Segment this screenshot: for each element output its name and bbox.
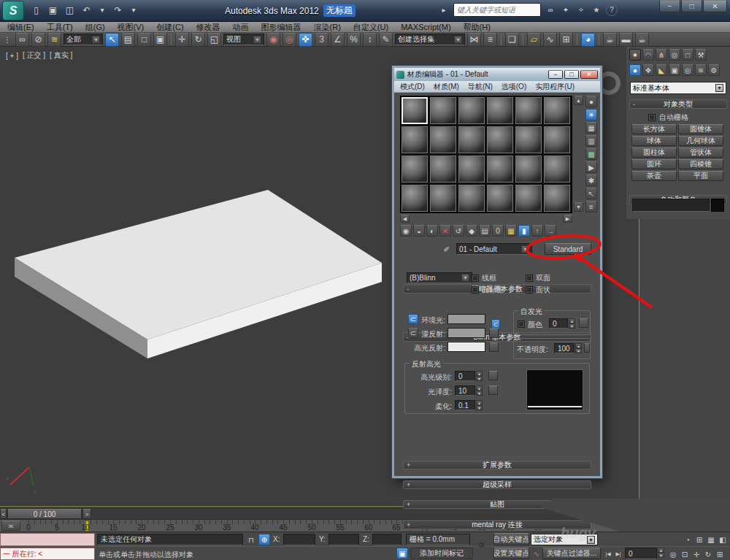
use-selection-center-icon[interactable]: ◎: [283, 33, 296, 47]
material-sample-slot[interactable]: [543, 126, 571, 154]
sample-uv-tiling-icon[interactable]: ▥: [585, 135, 597, 147]
maximize-viewport-icon[interactable]: ⊞: [714, 548, 726, 560]
search-input[interactable]: [453, 3, 541, 17]
two-sided-checkbox[interactable]: [526, 275, 533, 282]
z-coordinate-field[interactable]: [372, 534, 402, 545]
material-sample-slot[interactable]: [543, 155, 571, 183]
menu-modifiers[interactable]: 修改器: [196, 22, 220, 33]
me-menu-utilities[interactable]: 实用程序(U): [535, 82, 575, 92]
align-icon[interactable]: ≡: [483, 33, 497, 47]
menu-rendering[interactable]: 渲染(R): [314, 22, 341, 33]
material-editor-titlebar[interactable]: 材质编辑器 - 01 - Default − □ ✕: [394, 68, 600, 81]
pan-view-icon[interactable]: ✛: [691, 548, 702, 560]
toggle-container-icon[interactable]: ▱: [527, 33, 541, 47]
tab-display[interactable]: □: [682, 49, 694, 61]
object-type-rollout-header[interactable]: -对象类型: [629, 99, 727, 109]
video-color-check-icon[interactable]: ▩: [585, 148, 597, 160]
use-pivot-center-icon[interactable]: ◉: [266, 33, 280, 47]
tab-motion[interactable]: ◎: [669, 49, 680, 61]
tab-utilities[interactable]: ⚒: [695, 49, 707, 61]
maxscript-mini-listener-pink[interactable]: [0, 533, 95, 546]
render-setup-icon[interactable]: ☕: [603, 33, 617, 47]
torus-button[interactable]: 圆环: [631, 159, 677, 169]
tube-button[interactable]: 管状体: [678, 147, 723, 158]
object-name-field[interactable]: [632, 199, 710, 212]
cone-button[interactable]: 圆锥体: [678, 124, 723, 134]
material-sample-slot[interactable]: [458, 126, 485, 154]
time-slider-next-icon[interactable]: >: [82, 509, 91, 519]
maps-rollout[interactable]: +贴图: [403, 500, 591, 509]
menu-create[interactable]: 创建(C): [156, 22, 183, 33]
me-close-button[interactable]: ✕: [580, 70, 598, 79]
material-sample-slot[interactable]: [458, 184, 485, 212]
face-map-checkbox[interactable]: [472, 286, 479, 294]
spinner-snap-icon[interactable]: ↕: [363, 33, 377, 47]
chevron-down-icon[interactable]: ▾: [715, 84, 723, 92]
named-selection-sets-dropdown[interactable]: 创建选择集▾: [395, 34, 465, 45]
select-and-link-icon[interactable]: ∞: [15, 33, 29, 47]
app-logo[interactable]: S: [2, 1, 24, 20]
wireframe-checkbox[interactable]: [472, 275, 479, 282]
object-color-swatch[interactable]: [711, 199, 724, 212]
me-menu-material[interactable]: 材质(M): [434, 82, 459, 92]
menu-customize[interactable]: 自定义(U): [353, 22, 388, 33]
time-slider-track[interactable]: < 0 / 100 >: [0, 507, 730, 519]
assign-material-icon[interactable]: ◐: [426, 225, 438, 237]
category-cameras-icon[interactable]: ▣: [669, 64, 680, 76]
opacity-map-button[interactable]: [584, 343, 590, 353]
glossiness-map-button[interactable]: [488, 386, 498, 395]
pick-material-from-object-icon[interactable]: ✐: [441, 243, 453, 255]
reset-material-icon[interactable]: ✕: [439, 225, 451, 237]
x-coordinate-field[interactable]: [283, 534, 315, 545]
redo-icon[interactable]: ↷: [111, 3, 125, 17]
save-file-icon[interactable]: ◫: [63, 3, 77, 17]
show-map-in-viewport-icon[interactable]: ▦: [505, 225, 517, 237]
favorites-icon[interactable]: ★: [591, 4, 602, 16]
cylinder-button[interactable]: 圆柱体: [631, 147, 677, 158]
geosphere-button[interactable]: 几何球体: [678, 136, 723, 146]
track-bar[interactable]: ≍ 0 5 10 15 20 25 30 35 40 45 50 55 60 6…: [0, 519, 730, 532]
category-spacewarps-icon[interactable]: ≋: [695, 64, 707, 76]
nav-icon-3[interactable]: ▦: [705, 534, 717, 545]
self-illum-spinner[interactable]: ▴▾: [569, 318, 575, 329]
time-slider-handle[interactable]: 0 / 100: [7, 509, 82, 519]
material-sample-slot[interactable]: [543, 184, 571, 212]
key-mode-curve-icon[interactable]: ∿: [531, 548, 542, 559]
material-sample-slot[interactable]: [515, 126, 542, 154]
diffuse-map-button[interactable]: [489, 329, 499, 338]
soften-spinner[interactable]: ▴▾: [476, 400, 483, 410]
tab-modify[interactable]: ◠: [642, 49, 654, 61]
unlink-selection-icon[interactable]: ⊘: [31, 33, 45, 47]
maxscript-mini-listener-white[interactable]: 一 所在行: <: [0, 548, 95, 560]
backlight-icon[interactable]: ☀: [585, 109, 597, 120]
put-to-library-icon[interactable]: ◆: [466, 225, 477, 237]
supersampling-rollout[interactable]: +超级采样: [403, 480, 591, 489]
specular-map-button[interactable]: [489, 342, 499, 352]
minimize-button[interactable]: −: [659, 0, 680, 12]
specular-color-swatch[interactable]: [447, 342, 485, 352]
specular-level-field[interactable]: 0: [455, 371, 475, 381]
material-sample-slot[interactable]: [458, 155, 485, 183]
make-unique-icon[interactable]: ↺: [453, 225, 464, 237]
select-and-move-icon[interactable]: ✛: [175, 33, 189, 47]
material-map-navigator-icon[interactable]: ≡: [585, 201, 597, 212]
diffuse-color-swatch[interactable]: [447, 328, 485, 338]
auto-key-button[interactable]: 自动关键点: [493, 533, 529, 545]
material-sample-slot[interactable]: [429, 155, 457, 183]
pyramid-button[interactable]: 四棱锥: [678, 159, 723, 169]
put-material-to-scene-icon[interactable]: ◒: [413, 225, 425, 237]
category-systems-icon[interactable]: ⚙: [708, 64, 720, 76]
layer-manager-icon[interactable]: ❏: [505, 33, 519, 47]
teapot-button[interactable]: 茶壶: [631, 171, 677, 181]
keyshortcut-icon[interactable]: ✦: [560, 4, 572, 16]
material-sample-slot[interactable]: [515, 184, 542, 212]
get-material-icon[interactable]: ◉: [400, 225, 412, 237]
search-go-icon[interactable]: ▸: [438, 4, 450, 16]
toolbar-handle[interactable]: ⋮: [1, 34, 13, 45]
opacity-spinner[interactable]: ▴▾: [575, 343, 582, 353]
material-sample-slot[interactable]: [429, 126, 457, 154]
material-sample-slot[interactable]: [543, 96, 571, 125]
slots-scroll-up-icon[interactable]: ▲: [574, 96, 583, 105]
snap-toggle-3d-icon[interactable]: 3: [315, 33, 328, 47]
percent-snap-icon[interactable]: %: [347, 33, 361, 47]
